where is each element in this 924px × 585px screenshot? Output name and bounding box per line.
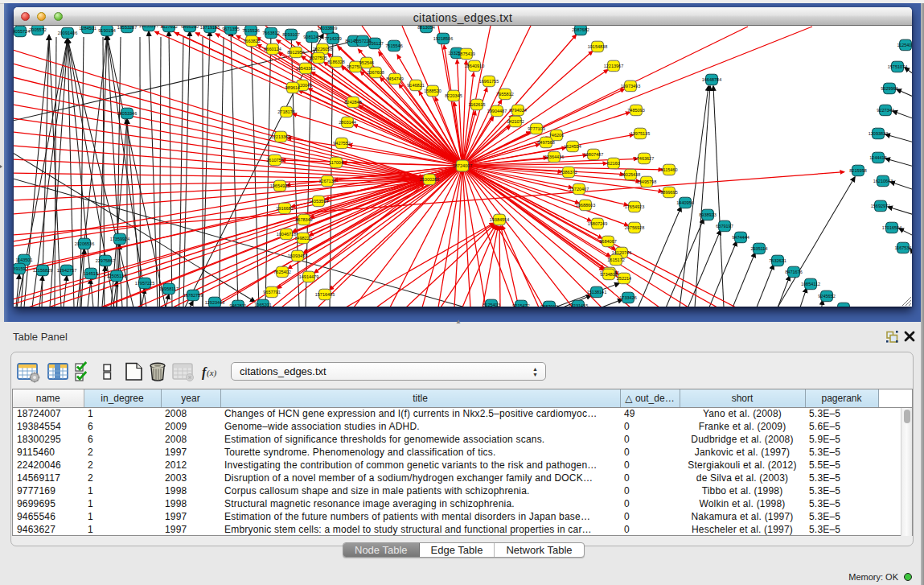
svg-text:10653267: 10653267 — [139, 26, 158, 28]
svg-text:1916682: 1916682 — [276, 206, 293, 211]
svg-text:8186328: 8186328 — [327, 60, 344, 64]
svg-text:10046718: 10046718 — [277, 232, 296, 237]
svg-text:19904487: 19904487 — [487, 109, 507, 113]
svg-text:1421072: 1421072 — [507, 119, 524, 124]
svg-text:16961755: 16961755 — [479, 79, 499, 84]
svg-text:8242848: 8242848 — [344, 100, 361, 105]
svg-text:16782759: 16782759 — [183, 293, 203, 298]
svg-text:20756928: 20756928 — [625, 225, 644, 230]
svg-text:10231455: 10231455 — [569, 303, 588, 307]
svg-text:9462811: 9462811 — [229, 303, 246, 307]
svg-text:22975867: 22975867 — [96, 258, 115, 263]
svg-text:1588520: 1588520 — [424, 89, 441, 93]
svg-text:9215472: 9215472 — [512, 303, 529, 307]
svg-text:8912954: 8912954 — [287, 50, 304, 55]
svg-text:15720407: 15720407 — [569, 187, 589, 192]
svg-text:7955812: 7955812 — [496, 92, 513, 97]
svg-text:6497568: 6497568 — [537, 140, 554, 145]
svg-text:25300285: 25300285 — [420, 177, 439, 182]
svg-text:10543362: 10543362 — [296, 66, 315, 71]
svg-text:7515526: 7515526 — [242, 28, 259, 33]
svg-text:12093832: 12093832 — [869, 131, 888, 136]
svg-text:13495798: 13495798 — [637, 179, 656, 184]
svg-text:9657012: 9657012 — [540, 304, 557, 307]
svg-text:8938923: 8938923 — [699, 212, 716, 217]
svg-text:952546: 952546 — [359, 60, 374, 65]
svg-text:17654923: 17654923 — [625, 204, 644, 209]
svg-text:7632621: 7632621 — [769, 258, 786, 263]
svg-text:16958117: 16958117 — [159, 286, 179, 291]
svg-text:8454749: 8454749 — [386, 76, 403, 81]
svg-text:16093459: 16093459 — [288, 253, 307, 258]
svg-text:9115460: 9115460 — [660, 167, 677, 172]
svg-text:2935114: 2935114 — [750, 246, 767, 251]
svg-text:8220345: 8220345 — [445, 93, 462, 98]
svg-text:252214: 252214 — [617, 276, 631, 281]
svg-text:17463627: 17463627 — [634, 156, 654, 161]
svg-text:23226058: 23226058 — [313, 47, 332, 51]
svg-text:18640910: 18640910 — [465, 64, 484, 68]
svg-text:20206536: 20206536 — [75, 241, 94, 246]
svg-text:1875419: 1875419 — [458, 51, 474, 56]
svg-text:1624554: 1624554 — [564, 144, 581, 149]
svg-text:1615172: 1615172 — [607, 257, 624, 262]
svg-text:18724007: 18724007 — [453, 163, 472, 168]
svg-text:1527602: 1527602 — [160, 26, 177, 29]
svg-text:9684067: 9684067 — [599, 239, 616, 244]
svg-text:10553287: 10553287 — [117, 26, 137, 30]
svg-text:39159: 39159 — [14, 266, 26, 271]
svg-text:14914479: 14914479 — [299, 274, 318, 279]
svg-text:8215958: 8215958 — [849, 168, 866, 173]
svg-text:9031245: 9031245 — [835, 306, 852, 307]
svg-text:9329966: 9329966 — [881, 86, 897, 91]
svg-text:9245652: 9245652 — [818, 294, 835, 299]
svg-text:10807487: 10807487 — [584, 152, 603, 157]
svg-text:8125403: 8125403 — [483, 303, 499, 307]
svg-text:17016504: 17016504 — [882, 225, 901, 230]
svg-text:2718176: 2718176 — [277, 109, 294, 114]
svg-text:62160: 62160 — [607, 161, 619, 166]
svg-text:7357224: 7357224 — [354, 39, 371, 43]
svg-text:989614: 989614 — [285, 85, 300, 90]
svg-text:12156829: 12156829 — [33, 268, 52, 273]
svg-text:2087682: 2087682 — [572, 27, 589, 32]
svg-text:1244415: 1244415 — [869, 155, 886, 160]
svg-text:2367608: 2367608 — [367, 70, 384, 75]
svg-text:10719185: 10719185 — [200, 26, 220, 30]
svg-text:6379197: 6379197 — [716, 224, 733, 229]
svg-text:8813054: 8813054 — [417, 26, 434, 30]
svg-text:28053346: 28053346 — [117, 111, 137, 116]
svg-text:9190154: 9190154 — [98, 28, 115, 33]
svg-text:6794024: 6794024 — [509, 108, 526, 113]
svg-text:9227343: 9227343 — [877, 108, 893, 113]
svg-text:7386372: 7386372 — [560, 170, 577, 175]
svg-text:8678342: 8678342 — [295, 217, 312, 222]
svg-text:9899695: 9899695 — [660, 190, 677, 195]
svg-text:17359924: 17359924 — [110, 237, 129, 241]
svg-text:14055724: 14055724 — [14, 29, 30, 34]
svg-text:13975135: 13975135 — [630, 131, 650, 136]
svg-text:1733426: 1733426 — [619, 295, 636, 300]
svg-text:7515546: 7515546 — [385, 43, 402, 48]
svg-text:15807249: 15807249 — [588, 221, 607, 226]
svg-text:2803144: 2803144 — [339, 120, 355, 125]
svg-text:9474444: 9474444 — [732, 235, 749, 240]
svg-text:20364436: 20364436 — [544, 154, 564, 159]
svg-text:17957225: 17957225 — [135, 281, 154, 286]
svg-text:8660124: 8660124 — [264, 47, 281, 51]
svg-text:15716485: 15716485 — [315, 292, 335, 297]
svg-text:117004: 117004 — [329, 160, 343, 165]
svg-text:1284501: 1284501 — [79, 26, 96, 31]
svg-text:19218506: 19218506 — [433, 36, 453, 41]
svg-text:8471676: 8471676 — [785, 270, 802, 274]
svg-text:14353594: 14353594 — [309, 199, 328, 204]
svg-text:10688603: 10688603 — [576, 203, 595, 208]
svg-text:2610755: 2610755 — [266, 158, 283, 163]
svg-text:10025438: 10025438 — [621, 172, 640, 177]
svg-text:7625402: 7625402 — [273, 270, 290, 274]
svg-text:16210643: 16210643 — [873, 179, 893, 183]
svg-text:19654925: 19654925 — [270, 183, 290, 188]
svg-text:7663812: 7663812 — [262, 31, 279, 35]
svg-text:10854112: 10854112 — [801, 282, 820, 286]
svg-text:114519: 114519 — [84, 271, 98, 276]
